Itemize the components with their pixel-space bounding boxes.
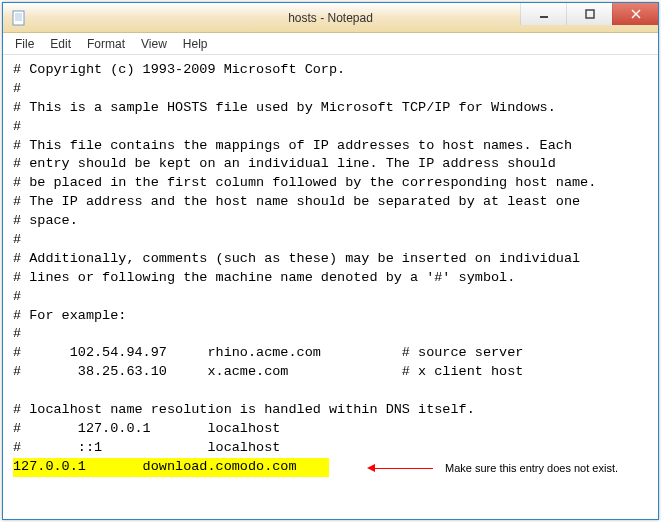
file-line: # For example: bbox=[13, 308, 126, 323]
file-line: # bbox=[13, 289, 21, 304]
highlighted-entry-row: 127.0.0.1 download.comodo.com Make sure … bbox=[13, 459, 329, 474]
menu-format[interactable]: Format bbox=[79, 35, 133, 53]
notepad-icon bbox=[11, 10, 27, 26]
highlighted-entry: 127.0.0.1 download.comodo.com bbox=[13, 458, 329, 477]
file-line: # bbox=[13, 119, 21, 134]
menu-edit[interactable]: Edit bbox=[42, 35, 79, 53]
file-line: # entry should be kept on an individual … bbox=[13, 156, 556, 171]
file-line: # bbox=[13, 326, 21, 341]
file-line: # be placed in the first column followed… bbox=[13, 175, 596, 190]
annotation: Make sure this entry does not exist. bbox=[373, 461, 618, 476]
file-line: # Additionally, comments (such as these)… bbox=[13, 251, 580, 266]
menu-file[interactable]: File bbox=[7, 35, 42, 53]
file-line: # bbox=[13, 81, 21, 96]
titlebar: hosts - Notepad bbox=[3, 3, 658, 33]
file-line: # This file contains the mappings of IP … bbox=[13, 138, 572, 153]
menu-help[interactable]: Help bbox=[175, 35, 216, 53]
file-line: # bbox=[13, 232, 21, 247]
file-line: # The IP address and the host name shoul… bbox=[13, 194, 580, 209]
file-line: # This is a sample HOSTS file used by Mi… bbox=[13, 100, 556, 115]
file-line: # lines or following the machine name de… bbox=[13, 270, 515, 285]
menubar: File Edit Format View Help bbox=[3, 33, 658, 55]
menu-view[interactable]: View bbox=[133, 35, 175, 53]
svg-rect-5 bbox=[540, 16, 548, 18]
file-line: # 102.54.94.97 rhino.acme.com # source s… bbox=[13, 345, 523, 360]
file-line: # space. bbox=[13, 213, 78, 228]
svg-rect-6 bbox=[586, 10, 594, 18]
minimize-button[interactable] bbox=[520, 3, 566, 25]
file-line: # Copyright (c) 1993-2009 Microsoft Corp… bbox=[13, 62, 345, 77]
notepad-window: hosts - Notepad File Edit Format View He… bbox=[2, 2, 659, 520]
annotation-text: Make sure this entry does not exist. bbox=[445, 461, 618, 476]
arrow-icon bbox=[373, 468, 433, 469]
text-editor-content[interactable]: # Copyright (c) 1993-2009 Microsoft Corp… bbox=[3, 55, 658, 519]
window-controls bbox=[520, 3, 658, 25]
file-line: # localhost name resolution is handled w… bbox=[13, 402, 475, 417]
file-line: # 38.25.63.10 x.acme.com # x client host bbox=[13, 364, 523, 379]
window-title: hosts - Notepad bbox=[288, 11, 373, 25]
close-button[interactable] bbox=[612, 3, 658, 25]
maximize-button[interactable] bbox=[566, 3, 612, 25]
file-line: # ::1 localhost bbox=[13, 440, 280, 455]
file-line: # 127.0.0.1 localhost bbox=[13, 421, 280, 436]
